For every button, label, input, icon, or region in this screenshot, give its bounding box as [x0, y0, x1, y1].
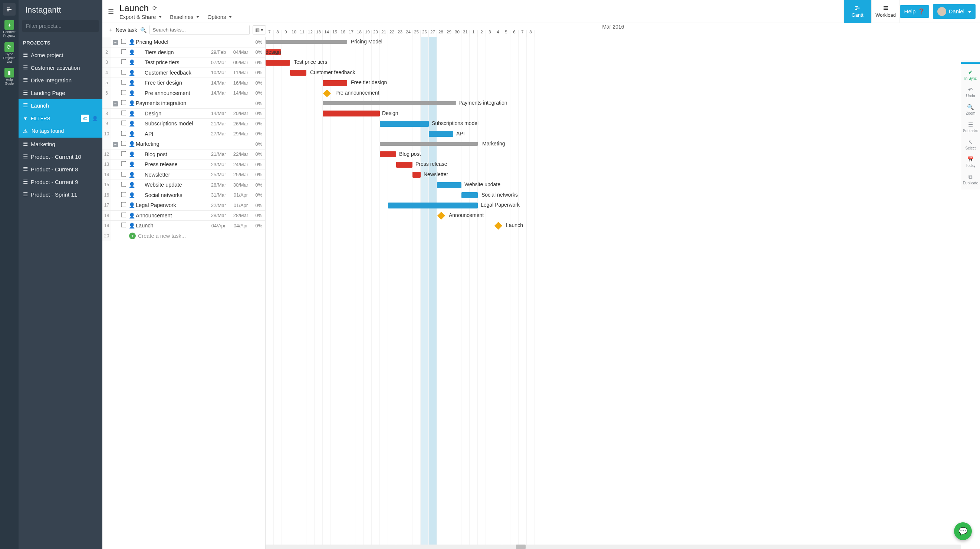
gantt-bar[interactable]: [380, 151, 396, 157]
collapse-icon[interactable]: −: [113, 142, 118, 147]
task-row[interactable]: 10👤API27/Mar29/Mar0%: [102, 129, 265, 140]
task-checkbox[interactable]: [121, 90, 126, 95]
help-button[interactable]: Help ❓: [900, 5, 929, 18]
search-icon[interactable]: 🔍: [140, 27, 146, 33]
sidebar-project-product-current-8[interactable]: ☰Product - Current 8: [19, 163, 102, 175]
timeline-day[interactable]: 22: [388, 30, 396, 37]
timeline-day[interactable]: 13: [315, 30, 323, 37]
gantt-bar[interactable]: [429, 131, 453, 137]
gantt-bar[interactable]: [437, 182, 461, 188]
timeline-day[interactable]: 11: [298, 30, 306, 37]
timeline-day[interactable]: 29: [445, 30, 453, 37]
assignee-icon[interactable]: 👤: [127, 172, 136, 178]
create-task-row[interactable]: 20＋Create a new task...: [102, 231, 265, 242]
timeline-day[interactable]: 6: [511, 30, 519, 37]
timeline-day[interactable]: 16: [339, 30, 347, 37]
timeline-day[interactable]: 17: [347, 30, 355, 37]
timeline-day[interactable]: 24: [404, 30, 412, 37]
task-row[interactable]: 4👤Customer feedback10/Mar11/Mar0%: [102, 68, 265, 78]
sidebar-project-product-sprint-11[interactable]: ☰Product - Sprint 11: [19, 188, 102, 201]
workload-mode-tab[interactable]: Workload: [872, 0, 900, 23]
task-checkbox[interactable]: [121, 171, 126, 177]
menu-icon[interactable]: ☰: [105, 8, 116, 16]
timeline-day[interactable]: 2: [478, 30, 486, 37]
task-checkbox[interactable]: [121, 39, 126, 44]
assignee-icon[interactable]: 👤: [127, 182, 136, 188]
sidebar-project-acme-project[interactable]: ☰Acme project: [19, 49, 102, 61]
sync-status[interactable]: ✔In Sync: [962, 67, 980, 83]
tag-icon[interactable]: 🏷: [81, 115, 89, 122]
task-checkbox[interactable]: [121, 110, 126, 115]
gantt-chart[interactable]: Pricing ModeldesignTest price tiersCusto…: [266, 37, 980, 549]
task-row[interactable]: −👤Marketing0%: [102, 139, 265, 150]
timeline-day[interactable]: 8: [274, 30, 282, 37]
timeline-day[interactable]: 31: [461, 30, 469, 37]
gantt-bar[interactable]: [380, 142, 478, 146]
milestone-diamond[interactable]: [438, 212, 445, 219]
task-checkbox[interactable]: [121, 161, 126, 167]
timeline-day[interactable]: 26: [421, 30, 429, 37]
timeline-day[interactable]: 27: [429, 30, 437, 37]
zoom-button[interactable]: 🔍Zoom: [962, 102, 980, 118]
assignee-icon[interactable]: 👤: [127, 90, 136, 96]
task-checkbox[interactable]: [121, 192, 126, 197]
assignee-icon[interactable]: 👤: [127, 213, 136, 218]
help-guide-button[interactable]: ▮ Help Guide: [5, 68, 14, 86]
select-button[interactable]: ↖Select: [962, 137, 980, 153]
collapse-icon[interactable]: −: [113, 101, 118, 107]
undo-button[interactable]: ↶Undo: [962, 84, 980, 100]
gantt-bar[interactable]: [290, 70, 306, 76]
task-row[interactable]: 19👤Launch04/Apr04/Apr0%: [102, 221, 265, 231]
gantt-bar[interactable]: [266, 60, 290, 66]
search-tasks-input[interactable]: [150, 25, 250, 35]
task-row[interactable]: 8👤Design14/Mar20/Mar0%: [102, 109, 265, 119]
gantt-bar[interactable]: [388, 202, 478, 208]
subtasks-button[interactable]: ☰Subtasks: [962, 119, 980, 135]
assignee-icon[interactable]: 👤: [127, 59, 136, 65]
horizontal-scrollbar[interactable]: [266, 544, 961, 549]
timeline-day[interactable]: 19: [364, 30, 372, 37]
gantt-bar[interactable]: [266, 40, 347, 44]
timeline-day[interactable]: 12: [306, 30, 315, 37]
connect-projects-button[interactable]: ＋ Connect Projects: [3, 20, 16, 38]
duplicate-button[interactable]: ⧉Duplicate: [962, 171, 980, 187]
export-share-menu[interactable]: Export & Share: [119, 14, 162, 20]
assignee-icon[interactable]: 👤: [127, 141, 136, 147]
gantt-bar[interactable]: [323, 80, 347, 86]
task-row[interactable]: 15👤Website update28/Mar30/Mar0%: [102, 180, 265, 190]
gantt-bar[interactable]: [412, 172, 421, 178]
gantt-bar[interactable]: [396, 162, 412, 168]
timeline-day[interactable]: 7: [519, 30, 527, 37]
timeline-day[interactable]: 20: [372, 30, 380, 37]
timeline-day[interactable]: 4: [494, 30, 502, 37]
task-row[interactable]: 9👤Subscriptions model21/Mar26/Mar0%: [102, 119, 265, 129]
assignee-icon[interactable]: 👤: [127, 223, 136, 229]
timeline-day[interactable]: 28: [437, 30, 445, 37]
options-menu[interactable]: Options: [207, 14, 232, 20]
assignee-icon[interactable]: 👤: [127, 49, 136, 55]
gantt-bar[interactable]: [380, 121, 429, 127]
today-button[interactable]: 📅Today: [962, 154, 980, 170]
assignee-icon[interactable]: 👤: [127, 121, 136, 126]
task-checkbox[interactable]: [121, 212, 126, 217]
user-icon[interactable]: 👤: [92, 116, 98, 121]
task-checkbox[interactable]: [121, 80, 126, 85]
sidebar-project-product-current-10[interactable]: ☰Product - Current 10: [19, 150, 102, 163]
task-row[interactable]: 5👤Free tier design14/Mar16/Mar0%: [102, 78, 265, 88]
task-checkbox[interactable]: [121, 69, 126, 75]
baselines-menu[interactable]: Baselines: [170, 14, 199, 20]
task-row[interactable]: 16👤Social networks31/Mar01/Apr0%: [102, 190, 265, 201]
sidebar-project-product-current-9[interactable]: ☰Product - Current 9: [19, 175, 102, 188]
timeline-day[interactable]: 3: [486, 30, 494, 37]
task-checkbox[interactable]: [121, 223, 126, 228]
gantt-bar[interactable]: [461, 192, 478, 198]
sidebar-project-marketing[interactable]: ☰Marketing: [19, 138, 102, 150]
task-checkbox[interactable]: [121, 151, 126, 156]
task-row[interactable]: 12👤Blog post21/Mar22/Mar0%: [102, 150, 265, 160]
timeline-day[interactable]: 8: [527, 30, 535, 37]
task-row[interactable]: −👤Pricing Model0%: [102, 37, 265, 48]
task-row[interactable]: 14👤Newsletter25/Mar25/Mar0%: [102, 170, 265, 180]
sidebar-project-customer-activation[interactable]: ☰Customer activation: [19, 61, 102, 74]
milestone-diamond[interactable]: [495, 222, 502, 230]
sidebar-project-launch[interactable]: ☰Launch: [19, 99, 102, 111]
